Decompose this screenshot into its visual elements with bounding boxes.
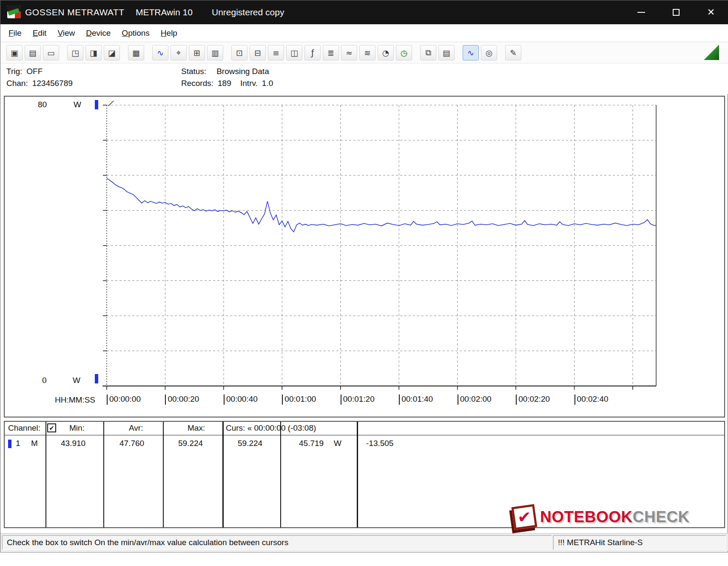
zoom-wave-icon: ∿ (467, 48, 474, 57)
toolbar-device-memory-button[interactable]: ◨ (85, 45, 102, 60)
bar-graph-view-icon: ▥ (211, 48, 219, 57)
window-controls: ✕ (624, 0, 728, 24)
toolbar-signal-split-button[interactable]: ≈ (341, 45, 357, 60)
toolbar-export-card-button[interactable]: ◳ (67, 45, 83, 60)
toolbar-save-data-button[interactable]: ▤ (25, 45, 41, 60)
toolbar-screen-import-button[interactable]: ⊟ (250, 45, 266, 60)
cell-max: 59.224 (178, 439, 203, 448)
toolbar-data-clock-button[interactable]: ◔ (378, 45, 394, 60)
x-axis-title: HH:MM:SS (55, 395, 95, 405)
channel-color-marker (8, 440, 11, 448)
toolbar-separator (122, 45, 128, 60)
header-channel: Channel: (8, 423, 40, 433)
menu-item-file[interactable]: File (3, 24, 27, 42)
toolbar-lcd-display-button[interactable]: ▦ (128, 45, 144, 60)
interval-label: Intrv. (240, 79, 258, 88)
toolbar-print-preview-button[interactable]: ⧉ (420, 45, 436, 60)
screen-export-icon: ⊡ (236, 48, 243, 57)
annotation-icon: ✎ (510, 48, 517, 57)
x-tick-label: 00:01:00 (282, 394, 316, 405)
chart-plot[interactable] (107, 105, 656, 386)
watermark-word-notebook: NOTEBOOK (540, 508, 633, 526)
toolbar-screen-export-button[interactable]: ⊡ (231, 45, 247, 60)
toolbar-zoom-search-button[interactable]: ◎ (481, 45, 497, 60)
acquisition-info-panel: Trig:OFF Chan:123456789 Status:Browsing … (0, 63, 728, 94)
menu-item-help[interactable]: Help (155, 24, 183, 42)
maximize-button[interactable] (659, 0, 694, 24)
menu-item-device[interactable]: Device (80, 24, 116, 42)
toolbar-print-button[interactable]: ▤ (438, 45, 455, 60)
x-tick-label: 00:01:40 (399, 394, 433, 405)
signal-filter-icon: ≋ (364, 48, 371, 57)
y-axis-top-channel-marker[interactable] (95, 100, 98, 109)
menu-item-view[interactable]: View (52, 24, 80, 42)
y-axis-max-label: 80 (38, 100, 47, 109)
toolbar-open-file-button[interactable]: ▭ (43, 45, 59, 60)
toolbar-annotation-button[interactable]: ✎ (505, 45, 521, 60)
open-file-icon: ▭ (47, 48, 55, 57)
min-avr-max-checkbox[interactable]: ✔ (47, 423, 56, 432)
print-preview-icon: ⧉ (425, 48, 431, 57)
channel-label: Chan: (6, 79, 28, 88)
header-avr: Avr: (129, 423, 143, 433)
data-table-view-icon: ⊞ (193, 48, 200, 57)
crosshair-view-icon: ⌖ (176, 48, 181, 57)
close-button[interactable]: ✕ (694, 0, 728, 24)
header-cursor-info: Curs: « 00:00:00 (-03:08) (226, 423, 316, 433)
toolbar-zoom-wave-button[interactable]: ∿ (463, 45, 479, 60)
channel-settings-icon: ≡ (273, 48, 279, 57)
cell-cursor-delta: -13.505 (366, 439, 393, 448)
cell-min: 43.910 (61, 439, 85, 448)
minimize-button[interactable] (624, 0, 659, 24)
browse-status: Status:Browsing Data (181, 67, 269, 76)
toolbar-monitor-wave-button[interactable]: ◫ (286, 45, 302, 60)
menu-item-edit[interactable]: Edit (27, 24, 52, 42)
x-tick-label: 00:00:20 (165, 394, 199, 405)
x-tick-label: 00:00:00 (107, 394, 141, 405)
toolbar-signal-filter-button[interactable]: ≋ (359, 45, 375, 60)
minimize-icon (637, 12, 645, 13)
checkbox-check-icon: ✔ (49, 424, 54, 432)
x-tick-label: 00:00:40 (224, 394, 258, 405)
toolbar-memory-card-export-button[interactable]: ◪ (104, 45, 120, 60)
cell-cursor-b: 45.719 (299, 439, 324, 448)
menu-item-options[interactable]: Options (116, 24, 155, 42)
status-value: Browsing Data (216, 67, 269, 76)
x-tick-label: 00:02:20 (516, 394, 550, 405)
toolbar-stopwatch-button[interactable]: ◷ (396, 45, 412, 60)
channel-status: Chan:123456789 (6, 79, 73, 88)
toolbar-separator (146, 45, 152, 60)
calculator-export-icon: ≣ (327, 48, 334, 57)
toolbar-calculator-export-button[interactable]: ≣ (323, 45, 339, 60)
x-tick-label: 00:02:00 (458, 394, 492, 405)
header-min: Min: (69, 423, 85, 433)
toolbar: ▣▤▭◳◨◪▦∿⌖⊞▥⊡⊟≡◫ƒ≣≈≋◔◷⧉▤∿◎✎ (0, 42, 728, 63)
memory-card-export-icon: ◪ (108, 48, 116, 57)
toolbar-line-graph-view-button[interactable]: ∿ (152, 45, 168, 60)
toolbar-bar-graph-view-button[interactable]: ▥ (207, 45, 223, 60)
chart-panel: 80 W 0 W HH:MM:SS 00:00:0000:00:2000:00:… (4, 96, 725, 417)
y-axis-bottom-channel-marker[interactable] (95, 374, 98, 383)
power-trace (107, 178, 656, 232)
status-label: Status: (181, 67, 206, 76)
notebookcheck-wordmark: NOTEBOOKCHECK (540, 508, 690, 526)
line-graph-view-icon: ∿ (157, 48, 164, 57)
toolbar-separator (61, 45, 67, 60)
title-license-note: Unregistered copy (212, 0, 284, 24)
cell-unit: M (31, 439, 38, 448)
toolbar-save-screen-button[interactable]: ▣ (6, 45, 23, 60)
close-icon: ✕ (707, 8, 715, 17)
toolbar-channel-settings-button[interactable]: ≡ (268, 45, 284, 60)
title-bar: GOSSEN METRAWATT METRAwin 10 Unregistere… (0, 0, 728, 24)
x-tick-label: 00:02:40 (574, 394, 609, 405)
channel-value: 123456789 (32, 79, 73, 88)
device-memory-icon: ◨ (90, 48, 97, 57)
toolbar-crosshair-view-button[interactable]: ⌖ (171, 45, 187, 60)
interval-value: 1.0 (262, 79, 273, 88)
toolbar-data-table-view-button[interactable]: ⊞ (189, 45, 205, 60)
toolbar-function-fx-button[interactable]: ƒ (304, 45, 321, 60)
table-row[interactable]: 1 M 43.910 47.760 59.224 59.224 45.719 W… (5, 438, 724, 451)
status-bar: Check the box to switch On the min/avr/m… (0, 533, 728, 551)
title-brand: GOSSEN METRAWATT (25, 0, 125, 24)
save-data-icon: ▤ (29, 48, 37, 57)
